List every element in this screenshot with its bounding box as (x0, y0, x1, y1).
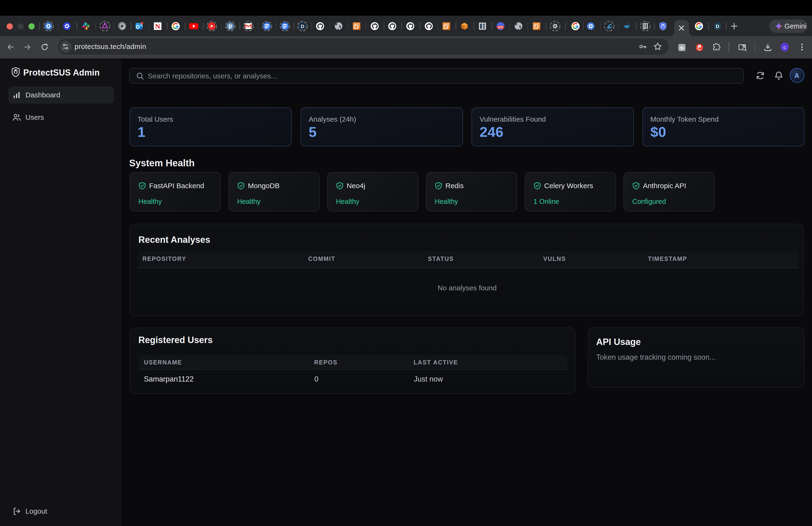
svg-text:D: D (715, 24, 719, 29)
svg-text:D: D (301, 24, 304, 29)
svg-text:472: 472 (498, 25, 503, 29)
svg-text:p: p (228, 22, 232, 29)
svg-text:N: N (155, 22, 160, 30)
